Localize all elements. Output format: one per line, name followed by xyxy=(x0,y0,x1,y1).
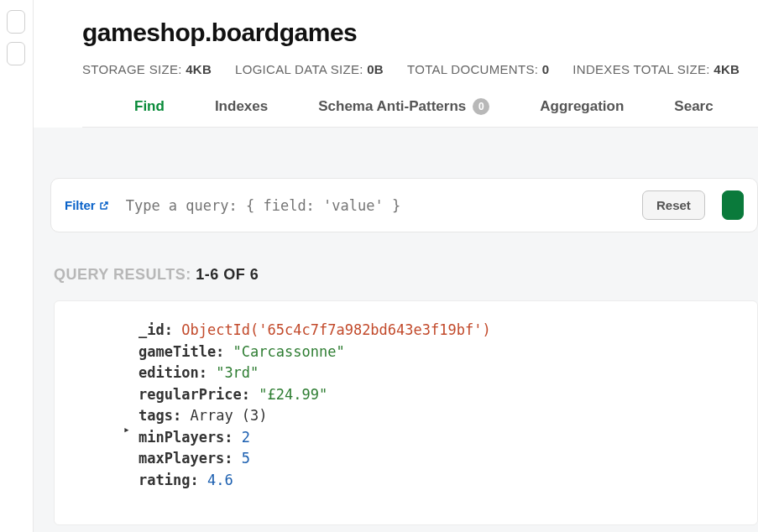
field-rating-value: 4.6 xyxy=(207,472,233,488)
field-rating: rating: 4.6 xyxy=(139,470,757,492)
external-link-icon xyxy=(99,201,109,211)
stat-indexes: INDEXES TOTAL SIZE: 4KB xyxy=(572,62,740,76)
stat-logical-value: 0B xyxy=(367,62,384,76)
field-gametitle-key: gameTitle: xyxy=(139,343,224,360)
field-edition: edition: "3rd" xyxy=(139,362,757,384)
field-minplayers-value: 2 xyxy=(242,429,250,446)
stat-logical: LOGICAL DATA SIZE: 0B xyxy=(235,62,384,76)
field-id: _id: ObjectId('65c4c7f7a982bd643e3f19bf'… xyxy=(139,320,757,342)
main-panel: gameshop.boardgames STORAGE SIZE: 4KB LO… xyxy=(34,0,758,532)
stat-logical-label: LOGICAL DATA SIZE: xyxy=(235,62,363,76)
collection-stats: STORAGE SIZE: 4KB LOGICAL DATA SIZE: 0B … xyxy=(82,62,758,76)
query-input[interactable] xyxy=(126,197,625,214)
results-range: 1-6 OF 6 xyxy=(196,266,259,283)
field-regularprice-key: regularPrice: xyxy=(139,386,250,403)
stat-storage-value: 4KB xyxy=(186,62,212,76)
field-tags-value: Array (3) xyxy=(190,407,267,424)
filter-label-link[interactable]: Filter xyxy=(65,198,109,212)
field-regularprice: regularPrice: "£24.99" xyxy=(139,384,757,406)
results-heading: QUERY RESULTS: 1-6 OF 6 xyxy=(54,266,758,284)
stat-storage: STORAGE SIZE: 4KB xyxy=(82,62,212,76)
field-gametitle: gameTitle: "Carcassonne" xyxy=(139,342,757,363)
rail-button-1[interactable] xyxy=(7,10,25,34)
header: gameshop.boardgames STORAGE SIZE: 4KB LO… xyxy=(34,0,758,128)
tab-schema-badge: 0 xyxy=(473,98,489,115)
stat-indexes-value: 4KB xyxy=(714,62,740,76)
field-tags-key: tags: xyxy=(139,407,181,424)
tab-schema[interactable]: Schema Anti-Patterns 0 xyxy=(293,98,515,127)
field-edition-key: edition: xyxy=(139,364,207,381)
tab-schema-label: Schema Anti-Patterns xyxy=(318,98,466,115)
left-rail xyxy=(0,0,34,532)
tabs: Find Indexes Schema Anti-Patterns 0 Aggr… xyxy=(82,98,758,128)
find-panel: Filter Reset QUERY RESULTS: 1-6 OF 6 _id… xyxy=(34,128,758,532)
tab-search[interactable]: Searc xyxy=(649,98,738,127)
field-rating-key: rating: xyxy=(139,472,199,488)
reset-button[interactable]: Reset xyxy=(642,190,705,220)
field-id-value: ObjectId('65c4c7f7a982bd643e3f19bf') xyxy=(181,321,490,338)
filter-label-text: Filter xyxy=(65,198,96,212)
results-label: QUERY RESULTS: xyxy=(54,266,191,283)
stat-total-docs-value: 0 xyxy=(542,62,550,76)
field-id-key: _id: xyxy=(139,321,173,338)
filter-bar: Filter Reset xyxy=(50,178,758,232)
field-minplayers-key: minPlayers: xyxy=(139,429,233,446)
field-gametitle-value: "Carcassonne" xyxy=(233,343,345,360)
stat-total-docs-label: TOTAL DOCUMENTS: xyxy=(407,62,538,76)
field-tags: tags: Array (3) xyxy=(139,405,757,427)
tab-aggregation[interactable]: Aggregation xyxy=(515,98,649,127)
stat-indexes-label: INDEXES TOTAL SIZE: xyxy=(572,62,710,76)
collection-title: gameshop.boardgames xyxy=(82,18,758,47)
field-maxplayers-key: maxPlayers: xyxy=(139,450,233,467)
apply-button[interactable] xyxy=(722,190,744,220)
tab-indexes[interactable]: Indexes xyxy=(190,98,293,127)
stat-total-docs: TOTAL DOCUMENTS: 0 xyxy=(407,62,549,76)
field-edition-value: "3rd" xyxy=(216,364,259,381)
field-regularprice-value: "£24.99" xyxy=(259,386,327,403)
document-card: _id: ObjectId('65c4c7f7a982bd643e3f19bf'… xyxy=(54,300,758,525)
rail-button-2[interactable] xyxy=(7,42,25,65)
field-maxplayers-value: 5 xyxy=(242,450,250,467)
field-minplayers: minPlayers: 2 xyxy=(139,427,757,449)
stat-storage-label: STORAGE SIZE: xyxy=(82,62,182,76)
tab-find[interactable]: Find xyxy=(82,98,190,127)
field-maxplayers: maxPlayers: 5 xyxy=(139,448,757,470)
